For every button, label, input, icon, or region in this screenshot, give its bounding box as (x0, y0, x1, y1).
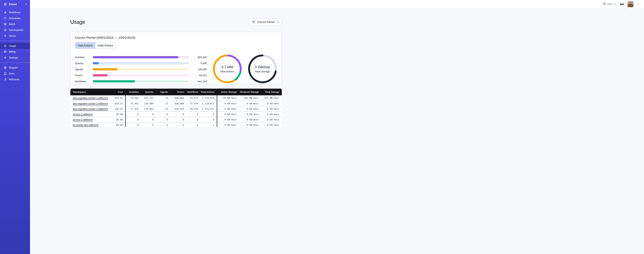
table-cell: 182 MB-Hour (239, 95, 261, 101)
namespace-link[interactable]: abs-migration-cluster-3.a98mm4 (73, 108, 108, 110)
bar-label: Activities (75, 56, 90, 59)
total-storage-donut: 0 GB/DayTotal Storage (248, 54, 277, 84)
namespace-link[interactable]: a0-test-1.a98mm4 (73, 113, 93, 116)
table-cell: $0.00 (112, 117, 125, 122)
table-cell: 0 KB-Hour (261, 106, 282, 112)
sidebar-item-usage[interactable]: Usage (0, 43, 30, 49)
sidebar-item-settings[interactable]: Settings (0, 54, 30, 60)
sidebar-nav: WorkflowsSchedulesBatchNamespacesNexusUs… (0, 8, 30, 83)
table-cell: 75,501 (125, 95, 141, 101)
sidebar-item-label: Namespaces (9, 28, 24, 31)
column-header-total-actions: Total Actions (201, 91, 217, 93)
sidebar-title: Cloud (9, 3, 23, 6)
namespace-link[interactable]: bk-worker-test.a98mm4 (73, 124, 98, 126)
sidebar-header: Cloud (0, 0, 30, 8)
bar-fill (93, 56, 178, 58)
topbar: UTC (30, 0, 322, 8)
table-cell: 0 KB-Hour (239, 122, 261, 127)
usage-summary-card: Current Period (09/01/2024 — 10/01/2024)… (70, 32, 282, 84)
tab-total-actions[interactable]: Total Actions (75, 42, 96, 48)
sidebar-item-namespaces[interactable]: Namespaces (0, 27, 30, 33)
table-cell: 0 (141, 112, 156, 117)
page-title: Usage (70, 19, 85, 25)
namespace-cell: bk-worker-test.a98mm4 (70, 122, 112, 127)
namespace-link[interactable]: abs-migration-cluster-2.a98mm4 (73, 102, 108, 105)
chevron-down-icon (276, 21, 279, 24)
bar-row-activities: Activities900,000 (75, 56, 207, 59)
settings-icon (4, 56, 7, 59)
bar-value: 541,109 (192, 80, 207, 83)
sidebar-item-batch[interactable]: Batch (0, 21, 30, 27)
welcome-icon (4, 78, 7, 81)
table-cell: 0 KB-Hour (261, 117, 282, 122)
table-cell: 856,960 (170, 101, 186, 106)
sidebar-item-docs[interactable]: Docs (0, 70, 30, 76)
namespace-link[interactable]: a0-test-2.a98mm4 (73, 118, 93, 121)
table-cell: $38.42 (112, 106, 125, 112)
main-content: Usage Current Period Current Period (09/… (30, 0, 322, 127)
total-actions-donut: 4.7 MMTotal Actions (212, 54, 242, 84)
table-cell: 910,922 (170, 106, 186, 112)
table-cell: 0 (156, 117, 170, 122)
bar-row-workflows: Workflows541,109 (75, 80, 207, 83)
table-cell: 0 (125, 122, 141, 127)
sidebar-divider (0, 62, 30, 63)
table-cell: 59 MB-Hour (217, 95, 239, 101)
column-header-signals: Signals (156, 91, 170, 93)
bar-fill (93, 74, 108, 76)
table-row: abs-migration-cluster-1.a98mm4$34.4275,5… (70, 95, 282, 101)
stopwatch-icon (252, 20, 255, 24)
sidebar-item-billing[interactable]: Billing (0, 49, 30, 54)
batch-icon (4, 22, 7, 26)
actions-bar-chart: Activities900,000Queries5,000Signals130,… (74, 54, 212, 83)
tab-daily-actions[interactable]: Daily Actions (95, 42, 116, 48)
table-cell: 0 KB-Hour (261, 101, 282, 106)
namespace-cell: abs-migration-cluster-3.a98mm4 (70, 106, 112, 112)
sidebar-item-label: Workflows (9, 11, 20, 14)
sidebar-item-welcome[interactable]: Welcome (0, 76, 30, 82)
table-cell: 0 KB-Hour (239, 101, 261, 106)
namespace-link[interactable]: abs-migration-cluster-1.a98mm4 (73, 97, 108, 99)
table-row: abs-migration-cluster-2.a98mm4$29.3275,4… (70, 101, 282, 106)
table-cell: 0 (125, 117, 141, 122)
bar-value: 130,000 (192, 68, 207, 71)
table-cell: 0 KB-Hour (217, 122, 239, 127)
table-cell: 0 KB-Hour (217, 106, 239, 112)
bar-fill (93, 80, 135, 82)
bar-label: Queries (75, 62, 90, 65)
sidebar-item-workflows[interactable]: Workflows (0, 10, 30, 15)
sidebar-item-support[interactable]: Support (0, 65, 30, 70)
bar-track (93, 68, 189, 70)
sidebar-item-nexus[interactable]: Nexus (0, 33, 30, 39)
sidebar-item-label: Billing (9, 50, 16, 53)
collapse-sidebar-icon[interactable] (25, 3, 28, 6)
billing-icon (4, 50, 7, 54)
table-cell: 0 (201, 112, 217, 117)
temporal-logo-icon (3, 2, 7, 6)
sidebar-item-schedules[interactable]: Schedules (0, 15, 30, 21)
table-cell: 1 (201, 122, 217, 127)
donut-title: 4.7 MM (221, 65, 233, 69)
bar-label: Signals (75, 68, 90, 71)
sidebar-item-label: Support (9, 66, 18, 69)
period-selector-button[interactable]: Current Period (249, 18, 282, 26)
table-cell: 241 MB-Hour (261, 95, 282, 101)
sidebar-divider (0, 41, 30, 41)
table-cell: 127,211 (141, 95, 156, 101)
table-row: bk-worker-test.a98mm4$0.000000110 KB-Hou… (70, 122, 282, 127)
table-cell: 0 (170, 112, 186, 117)
table-cell: 22 (156, 106, 170, 112)
docs-icon (4, 72, 7, 75)
nexus-icon (4, 34, 7, 38)
table-cell: 0 KB-Hour (217, 101, 239, 106)
bar-row-timers: Timers85,201 (75, 74, 207, 77)
sidebar-item-label: Nexus (9, 34, 16, 37)
sidebar-item-label: Schedules (9, 17, 20, 20)
donut-subtitle: Total Actions (220, 70, 234, 73)
table-cell: $0.00 (112, 112, 125, 117)
bar-track (93, 56, 189, 58)
period-button-label: Current Period (257, 20, 274, 24)
column-header-retained-storage: Retained Storage (239, 91, 261, 93)
table-cell: 0 KB-Hour (239, 117, 261, 122)
table-cell: 1,174,077 (201, 106, 217, 112)
